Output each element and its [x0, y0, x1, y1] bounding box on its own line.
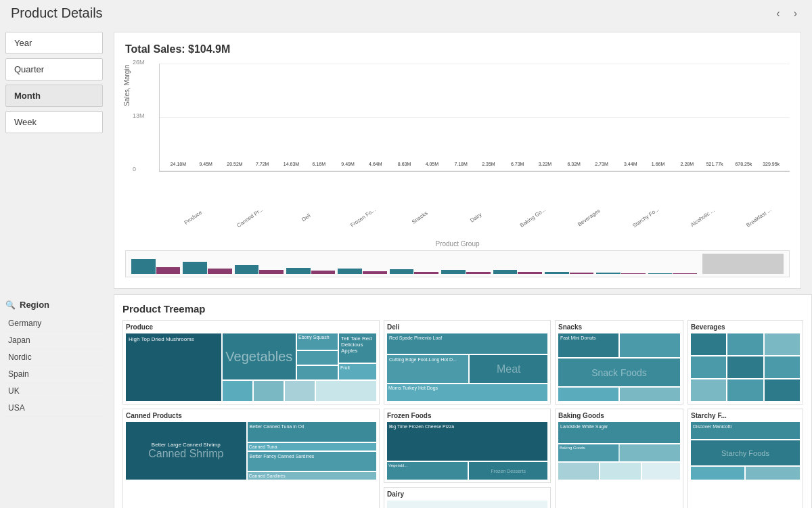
- starchy-discover: Discover Manicotti: [691, 422, 800, 439]
- starchy-a: [691, 467, 745, 480]
- bar-chart-panel: Total Sales: $104.9M Sales, Margin 26M 1…: [114, 32, 801, 289]
- mini-bar-canned: [183, 262, 231, 274]
- bev-2: [727, 333, 763, 355]
- canned-sardines: Canned Sardines: [248, 472, 376, 480]
- baking-row2: Baking Goods: [558, 444, 680, 461]
- filter-sidebar: Year Quarter Month Week: [0, 26, 108, 294]
- next-button[interactable]: ›: [790, 6, 801, 21]
- mini-bar-baking: [441, 270, 490, 274]
- prev-button[interactable]: ‹: [772, 6, 784, 21]
- baking-title: Baking Goods: [558, 412, 680, 419]
- canned-fancy: Better Fancy Canned Sardines: [248, 452, 376, 471]
- canned-inner: Better Large Canned Shrimp Canned Shrimp…: [126, 422, 376, 480]
- canned-tuna: Better Canned Tuna in Oil: [248, 422, 376, 442]
- region-sidebar: 🔍 Region Germany Japan Nordic Spain UK U…: [0, 294, 108, 508]
- beverages-inner: [691, 333, 800, 401]
- frozen-big-time: Big Time Frozen Cheese Pizza: [387, 422, 547, 461]
- y-line-26m: 26M: [160, 64, 790, 64]
- page: Product Details ‹ › Year Quarter Month W…: [0, 0, 812, 508]
- produce-fruit: Tell Tale Red Delicious Apples Fruit: [339, 333, 376, 379]
- produce-b3: [285, 381, 315, 401]
- dairy-inner: Dairy: [387, 501, 547, 508]
- bev-9: [765, 379, 800, 401]
- chart-scrollbar-thumb[interactable]: [702, 254, 784, 274]
- starchy-row3: [691, 467, 800, 480]
- snacks-fast-mini: Fast Mini Donuts: [558, 333, 618, 357]
- produce-vegetables: Vegetables: [223, 333, 296, 379]
- chart-title: Total Sales: $104.9M: [125, 43, 790, 55]
- snacks-inner: Fast Mini Donuts Snack Foods: [558, 333, 680, 401]
- top-content-area: Year Quarter Month Week Total Sales: $10…: [0, 26, 812, 294]
- treemap-title: Product Treemap: [122, 303, 803, 315]
- filter-week[interactable]: Week: [5, 111, 103, 133]
- canned-label: Canned Shrimp: [148, 448, 223, 460]
- snacks-top: Fast Mini Donuts: [558, 333, 680, 357]
- deli-mid-row: Cutting Edge Foot-Long Hot D... Meat: [387, 355, 547, 383]
- mini-chart-area[interactable]: [125, 250, 790, 277]
- region-item-spain[interactable]: Spain: [5, 366, 103, 383]
- produce-bottom-row: [223, 381, 376, 401]
- produce-high-top: High Top Dried Mushrooms: [126, 333, 221, 401]
- canned-right: Better Canned Tuna in Oil Canned Tuna Be…: [248, 422, 376, 480]
- deli-top-row: Red Spade Pimento Loaf: [387, 333, 547, 354]
- starchy-inner: Discover Manicotti Starchy Foods: [691, 422, 800, 480]
- canned-title: Canned Products: [126, 412, 376, 419]
- baking-sm2: [600, 463, 641, 480]
- main-content: Total Sales: $104.9M Sales, Margin 26M 1…: [108, 26, 812, 294]
- region-item-uk[interactable]: UK: [5, 383, 103, 400]
- produce-tell-tale: Tell Tale Red Delicious Apples: [339, 333, 376, 363]
- deli-cutting-edge: Cutting Edge Foot-Long Hot D...: [387, 355, 469, 383]
- frozen-veg: Vegetabl...: [387, 462, 468, 480]
- filter-quarter[interactable]: Quarter: [5, 58, 103, 80]
- snacks-b1: [558, 388, 618, 401]
- bar-chart-area: Sales, Margin 26M 13M 0 24.1: [125, 64, 790, 212]
- mini-bar-breakfast: [648, 273, 697, 274]
- bev-3: [765, 333, 800, 355]
- deli-inner: Red Spade Pimento Loaf Cutting Edge Foot…: [387, 333, 547, 401]
- treemap-section-starchy: Starchy F... Discover Manicotti Starchy …: [687, 409, 803, 508]
- produce-sm2: [297, 351, 338, 365]
- treemap-section-produce: Produce High Top Dried Mushrooms Vegetab…: [122, 320, 380, 405]
- frozen-desserts: Frozen Desserts: [469, 462, 547, 480]
- snacks-b2: [620, 388, 680, 401]
- baking-goods-1: Baking Goods: [558, 444, 618, 461]
- treemap-section-baking: Baking Goods Landslide White Sugar Bakin…: [555, 409, 683, 508]
- y-axis-label: Sales, Margin: [123, 65, 131, 106]
- region-item-japan[interactable]: Japan: [5, 332, 103, 349]
- snacks-title: Snacks: [558, 323, 680, 331]
- beverages-title: Beverages: [691, 323, 800, 331]
- region-item-germany[interactable]: Germany: [5, 315, 103, 332]
- mini-bar-dairy: [390, 269, 438, 274]
- baking-goods-2: [620, 444, 680, 461]
- treemap-section-dairy: Dairy Dairy: [384, 487, 551, 508]
- x-axis-labels: Produce Canned Pr... Deli Frozen Fo... S…: [125, 212, 790, 221]
- treemap-section-beverages: Beverages: [687, 320, 803, 405]
- region-item-usa[interactable]: USA: [5, 400, 103, 417]
- bev-5: [727, 356, 763, 378]
- region-header: 🔍 Region: [5, 300, 103, 310]
- chart-inner: 26M 13M 0 24.18M 9.45M: [159, 64, 790, 172]
- produce-b4: [316, 381, 376, 401]
- filter-year[interactable]: Year: [5, 32, 103, 54]
- mini-bar-produce: [131, 259, 180, 274]
- produce-title: Produce: [126, 323, 376, 331]
- y-line-13m: 13M: [160, 117, 790, 118]
- deli-bot-row: Moms Turkey Hot Dogs: [387, 384, 547, 401]
- bev-8: [727, 379, 763, 401]
- treemap-section-snacks: Snacks Fast Mini Donuts Snack Foods: [555, 320, 683, 405]
- produce-inner: High Top Dried Mushrooms Vegetables Ebon…: [126, 333, 376, 401]
- page-title: Product Details: [11, 5, 103, 21]
- region-label: Region: [20, 300, 49, 310]
- filter-month[interactable]: Month: [5, 85, 103, 107]
- treemap-panel: Product Treemap Produce High Top Dried M…: [114, 294, 812, 508]
- bev-6: [765, 356, 800, 378]
- baking-row3: [558, 463, 680, 480]
- x-axis-title: Product Group: [125, 240, 790, 248]
- snacks-sm2: [620, 333, 680, 357]
- baking-inner: Landslide White Sugar Baking Goods: [558, 422, 680, 480]
- bev-1: [691, 333, 726, 355]
- treemap-section-frozen: Frozen Foods Big Time Frozen Cheese Pizz…: [384, 409, 551, 483]
- mini-bar-deli: [235, 265, 284, 274]
- page-header: Product Details ‹ ›: [0, 0, 812, 26]
- region-item-nordic[interactable]: Nordic: [5, 349, 103, 366]
